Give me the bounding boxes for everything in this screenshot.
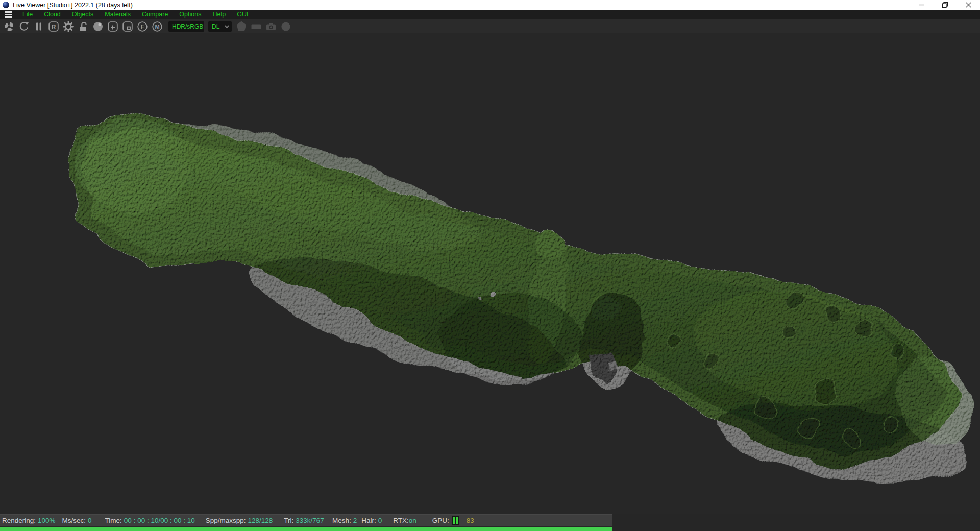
pause-icon [33,20,45,33]
colorspace-select[interactable]: HDR/sRGB [168,21,204,32]
restore-button[interactable] [933,0,957,10]
close-button[interactable] [957,0,980,10]
render-dot-disabled-button [278,20,293,33]
focus-picker-button[interactable]: F [135,20,150,33]
restart-render-button[interactable] [16,20,31,33]
bottom-bar: Rendering: 100% Ms/sec: 0 Time: 00 : 00 … [0,514,980,531]
status-bar: Rendering: 100% Ms/sec: 0 Time: 00 : 00 … [0,514,612,526]
settings-button[interactable] [61,20,76,33]
render-progress-fill [0,527,612,531]
minimize-icon [919,2,924,8]
octane-sphere-icon [3,2,9,8]
material-m-icon: M [151,20,163,33]
film-plane-disabled-button [249,20,263,33]
minimize-button[interactable] [910,0,933,10]
status-tri: Tri: 333k/767 [284,517,324,524]
window-title: Live Viewer [Studio+] 2022.1 (28 days le… [13,2,133,9]
status-spp: Spp/maxspp: 128/128 [206,517,273,524]
material-picker-button[interactable]: M [150,20,164,33]
window-controls [910,0,980,10]
render-progress-bar [0,527,612,531]
pause-render-button[interactable] [31,20,46,33]
reset-button[interactable]: R [46,20,61,33]
status-gpu: GPU: 83 [432,516,474,525]
chevron-down-icon [225,25,229,28]
scene-3d-object [0,33,980,514]
status-mesh: Mesh: 2 [332,517,357,524]
mesh-ball-icon [235,20,248,33]
render-mode-select[interactable]: DL [208,21,232,32]
menu-help[interactable]: Help [207,10,231,19]
menu-gui[interactable]: GUI [231,10,254,19]
menu-objects[interactable]: Objects [66,10,99,19]
reset-r-icon: R [47,20,60,33]
mesh-ball-disabled-button [234,20,249,33]
gear-icon [62,20,75,33]
svg-text:F: F [140,23,144,30]
menu-bar: File Cloud Objects Materials Compare Opt… [0,10,980,19]
menu-compare[interactable]: Compare [136,10,174,19]
focus-f-icon: F [136,20,149,33]
menu-options[interactable]: Options [174,10,207,19]
status-time: Time: 00 : 00 : 10/00 : 00 : 10 [105,517,195,524]
film-plane-icon [250,20,262,33]
menu-materials[interactable]: Materials [99,10,136,19]
pick-region-button[interactable] [120,20,135,33]
menu-file[interactable]: File [17,10,38,19]
octane-pinwheel-icon [3,20,15,33]
gpu-activity-meter [452,516,459,525]
sphere-icon [92,20,104,33]
octane-logo-button[interactable] [2,20,16,33]
camera-snapshot-disabled-button [263,20,278,33]
camera-icon [265,20,277,33]
refresh-icon [18,20,30,33]
region-pip-icon [121,20,134,33]
hamburger-menu-icon[interactable] [5,11,12,18]
status-rendering: Rendering: 100% [2,517,56,524]
toolbar: R [0,19,980,33]
status-msec: Ms/sec: 0 [62,517,92,524]
padlock-open-icon [77,20,89,33]
menu-cloud[interactable]: Cloud [38,10,66,19]
svg-text:R: R [51,23,56,30]
dot-icon [280,20,292,33]
region-plus-icon [107,20,119,33]
svg-text:M: M [155,23,159,30]
material-ball-button[interactable] [90,20,105,33]
title-bar: Live Viewer [Studio+] 2022.1 (28 days le… [0,0,980,10]
restore-icon [942,2,948,8]
status-rtx: RTX: on [393,517,416,524]
lock-viewport-button[interactable] [76,20,90,33]
status-hair: Hair: 0 [361,517,382,524]
render-viewport[interactable] [0,33,980,514]
close-icon [966,2,971,8]
add-render-region-button[interactable] [105,20,120,33]
